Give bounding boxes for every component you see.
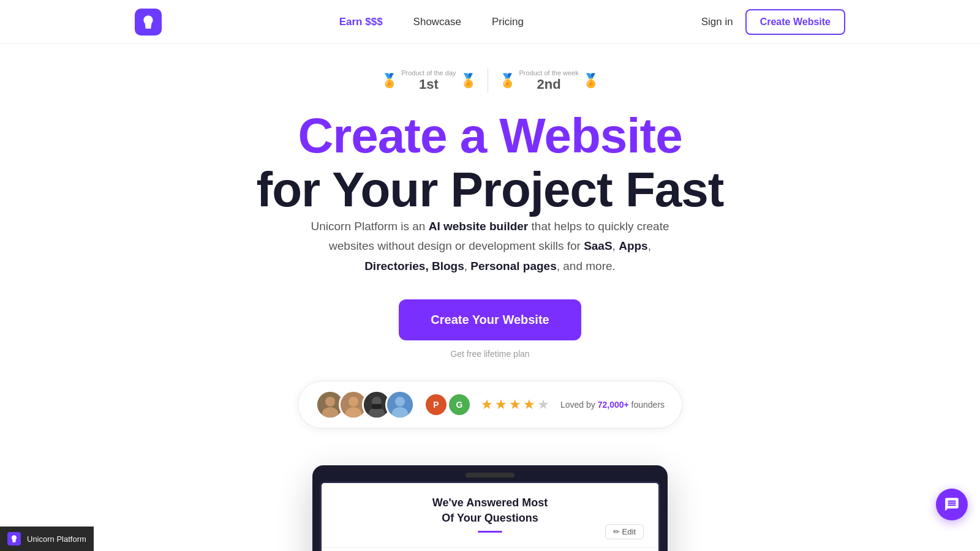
create-website-cta-button[interactable]: Create Your Website [399, 299, 581, 340]
laptop-notch [466, 473, 514, 478]
ph-badge-g: G [449, 394, 470, 415]
svg-point-4 [349, 397, 358, 407]
laptop-screen-header: We've Answered Most Of Your Questions ✏ … [322, 483, 658, 548]
pricing-link[interactable]: Pricing [492, 16, 524, 28]
product-hunt-badges: P G [426, 394, 470, 415]
hero-description: Unicorn Platform is an AI website builde… [306, 217, 674, 276]
hero-section: 🏅 Product of the day 1st 🏅 🏅 Product of … [0, 44, 980, 551]
taskbar-app-label: Unicorn Platform [27, 534, 86, 544]
svg-point-11 [395, 397, 405, 407]
social-proof-bar: P G ★ ★ ★ ★ ★ Loved by 72,000+ founders [298, 381, 682, 429]
laurel-right-week: 🏅 [582, 73, 599, 89]
hero-title-line2: for Your Project Fast [257, 163, 724, 217]
star-5: ★ [537, 397, 549, 413]
laurel-right-day: 🏅 [460, 73, 477, 89]
chat-icon [944, 497, 960, 512]
award-week-rank: 2nd [519, 77, 579, 92]
create-website-nav-button[interactable]: Create Website [745, 9, 845, 35]
laptop-outer: We've Answered Most Of Your Questions ✏ … [312, 465, 668, 551]
award-day: 🏅 Product of the day 1st 🏅 [381, 69, 476, 93]
desc-bold-saas: SaaS [584, 239, 612, 252]
hero-title-purple: Create a Website [298, 108, 682, 163]
desc-end: , and more. [557, 260, 616, 272]
laptop-notch-bar [320, 473, 660, 478]
navbar: Earn $$$ Showcase Pricing Sign in Create… [0, 0, 980, 44]
laptop-screen: We've Answered Most Of Your Questions ✏ … [320, 481, 660, 551]
logo-icon [135, 9, 162, 36]
desc-bold-builder: AI website builder [429, 220, 529, 233]
star-3: ★ [509, 397, 521, 413]
ph-badge-p: P [426, 394, 447, 415]
laurel-left-week: 🏅 [499, 73, 516, 89]
avatar-group [315, 390, 415, 419]
desc-comma1: , [612, 239, 619, 252]
nav-links: Earn $$$ Showcase Pricing [339, 16, 524, 28]
awards-row: 🏅 Product of the day 1st 🏅 🏅 Product of … [381, 69, 599, 93]
faq-title-line2: Of Your Questions [442, 512, 538, 524]
sign-in-button[interactable]: Sign in [701, 16, 733, 28]
desc-prefix: Unicorn Platform is an [311, 220, 428, 233]
award-day-info: Product of the day 1st [401, 69, 456, 92]
earn-link[interactable]: Earn $$$ [339, 16, 383, 28]
nav-item-showcase[interactable]: Showcase [413, 16, 461, 28]
desc-bold-apps: Apps [619, 239, 648, 252]
taskbar-app-icon[interactable] [7, 532, 21, 545]
chat-support-button[interactable] [936, 489, 968, 520]
faq-title-divider [478, 531, 502, 533]
award-divider [488, 69, 488, 93]
svg-rect-9 [372, 404, 382, 409]
desc-bold-dirs: Directories, Blogs [364, 260, 464, 272]
star-4: ★ [523, 397, 535, 413]
star-rating: ★ ★ ★ ★ ★ [481, 397, 549, 413]
nav-actions: Sign in Create Website [701, 9, 845, 35]
desc-comma3: , [464, 260, 471, 272]
avatar-4 [385, 390, 415, 419]
logo-svg [140, 14, 156, 30]
taskbar: Unicorn Platform [0, 527, 94, 551]
desc-bold-personal: Personal pages [470, 260, 556, 272]
award-day-label: Product of the day [401, 69, 456, 77]
laptop-mockup-section: We've Answered Most Of Your Questions ✏ … [0, 465, 980, 551]
loved-count: 72,000+ [598, 400, 629, 410]
showcase-link[interactable]: Showcase [413, 16, 461, 28]
faq-edit-button[interactable]: ✏ Edit [605, 524, 644, 539]
hero-title-dark: for Your Project Fast [257, 162, 724, 217]
nav-item-earn[interactable]: Earn $$$ [339, 16, 383, 28]
hero-title-line1: Create a Website [298, 109, 682, 163]
loved-prefix: Loved by [560, 400, 598, 410]
award-week-info: Product of the week 2nd [519, 69, 579, 92]
star-2: ★ [495, 397, 507, 413]
loved-suffix: founders [629, 400, 665, 410]
faq-title-line1: We've Answered Most [432, 497, 548, 509]
nav-item-pricing[interactable]: Pricing [492, 16, 524, 28]
faq-list: What is Unicorn? ⌄ What are the advantag… [322, 548, 658, 551]
star-1: ★ [481, 397, 493, 413]
desc-comma2: , [648, 239, 651, 252]
award-week-label: Product of the week [519, 69, 579, 77]
faq-title: We've Answered Most Of Your Questions [373, 495, 607, 526]
award-day-rank: 1st [401, 77, 456, 92]
free-plan-text: Get free lifetime plan [450, 349, 529, 359]
loved-text: Loved by 72,000+ founders [560, 400, 665, 410]
award-week: 🏅 Product of the week 2nd 🏅 [499, 69, 599, 93]
laurel-left-day: 🏅 [381, 73, 398, 89]
svg-point-1 [325, 397, 335, 407]
logo[interactable] [135, 9, 162, 36]
taskbar-logo-icon [10, 534, 18, 543]
